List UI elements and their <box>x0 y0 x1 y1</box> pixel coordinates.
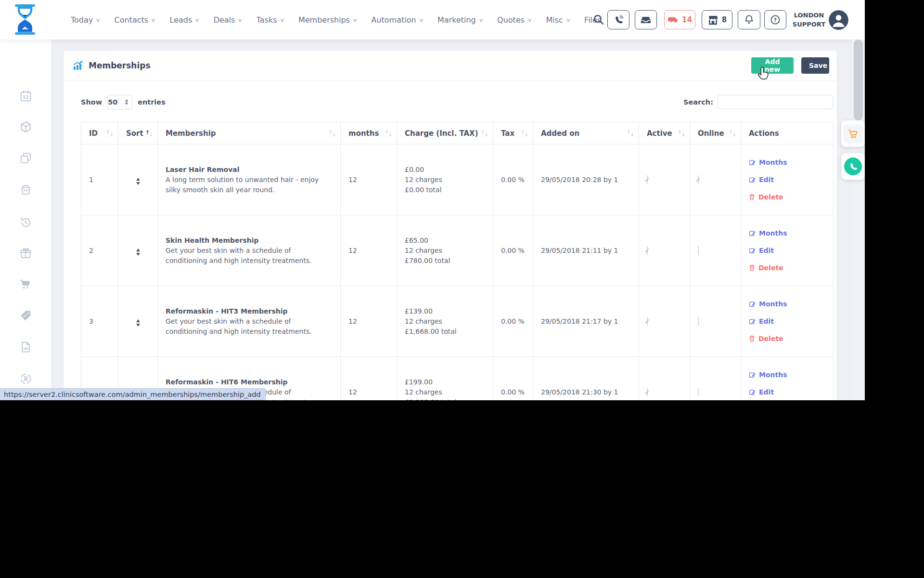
membership-title: Skin Health Membership <box>166 236 333 246</box>
cell-added-on: 29/05/2018 21:30 by 1 <box>533 357 639 401</box>
active-checkbox[interactable] <box>647 317 648 326</box>
edit-link[interactable]: Edit <box>749 317 825 325</box>
cell-sort <box>118 286 158 357</box>
page-size-value: 50 <box>108 98 117 106</box>
col-header-months[interactable]: months↑↓ <box>341 122 397 144</box>
nav-item-today[interactable]: Today∨ <box>71 15 100 25</box>
active-checkbox[interactable] <box>647 388 648 396</box>
cell-actions: Months Edit Delete <box>741 286 834 357</box>
active-checkbox[interactable] <box>647 175 648 184</box>
online-checkbox[interactable] <box>698 317 699 326</box>
charge-price: £199.00 <box>405 377 485 387</box>
online-checkbox[interactable] <box>698 175 699 184</box>
bell-icon <box>744 14 754 25</box>
calendar-12-icon[interactable]: 12 <box>19 90 32 103</box>
delete-link[interactable]: Delete <box>749 335 825 342</box>
trash-icon <box>749 264 755 271</box>
nav-item-memberships[interactable]: Memberships∨ <box>298 15 357 25</box>
edit-link[interactable]: Edit <box>749 176 825 184</box>
charge-total: £0.00 total <box>405 185 485 195</box>
delete-link[interactable]: Delete <box>749 264 825 272</box>
charge-total: £2,388.00 total <box>405 397 485 401</box>
card-header: Memberships Add new Save <box>64 51 837 81</box>
cell-membership: Laser Hair Removal A long term solution … <box>158 144 341 215</box>
cell-actions: Months Edit Delete <box>741 215 834 286</box>
package-icon[interactable] <box>19 120 32 133</box>
col-header-charge[interactable]: Charge (Incl. TAX)↑↓ <box>397 122 493 144</box>
edit-icon <box>749 371 756 378</box>
months-link[interactable]: Months <box>749 229 825 237</box>
report-icon[interactable] <box>19 341 32 354</box>
months-link[interactable]: Months <box>749 158 825 166</box>
search-input[interactable] <box>718 95 833 109</box>
nav-item-quotes[interactable]: Quotes∨ <box>497 15 531 25</box>
gift-icon[interactable] <box>19 247 32 260</box>
membership-description: A long term solution to unwanted hair - … <box>166 175 333 195</box>
add-new-button[interactable]: Add new <box>751 57 794 74</box>
drag-sort-handle[interactable] <box>136 178 140 185</box>
search-icon[interactable] <box>593 14 604 26</box>
cell-online <box>690 215 741 286</box>
drag-sort-handle[interactable] <box>136 319 140 327</box>
phone-button[interactable] <box>607 10 629 29</box>
nav-item-leads[interactable]: Leads∨ <box>170 15 199 25</box>
edit-link[interactable]: Edit <box>749 247 825 254</box>
col-header-active[interactable]: Active↑↓ <box>639 122 690 144</box>
nav-item-contacts[interactable]: Contacts∨ <box>115 15 155 25</box>
history-icon[interactable] <box>19 216 32 229</box>
copy-icon[interactable] <box>19 152 32 165</box>
page-size-select[interactable]: 50 <box>107 95 132 109</box>
clinicsoftware-logo[interactable] <box>13 4 37 36</box>
chat-notifications-button[interactable]: 14 <box>664 10 695 29</box>
active-checkbox[interactable] <box>647 246 648 255</box>
months-link[interactable]: Months <box>749 371 825 379</box>
nav-item-deals[interactable]: Deals∨ <box>214 15 242 25</box>
tag-icon[interactable] <box>19 309 32 322</box>
cell-tax: 0.00 % <box>493 357 533 401</box>
col-header-membership[interactable]: Membership↑↓ <box>158 122 341 144</box>
online-checkbox[interactable] <box>698 388 699 396</box>
delete-link[interactable]: Delete <box>749 193 825 201</box>
chat-bubbles-icon <box>667 15 679 25</box>
scrollbar-thumb[interactable] <box>854 39 863 120</box>
nav-item-misc[interactable]: Misc∨ <box>546 15 570 25</box>
sort-arrows-icon: ↑↓ <box>328 130 335 137</box>
col-header-sort[interactable]: Sort↑↓ <box>118 122 158 144</box>
search-control: Search: <box>683 95 833 109</box>
cart-icon[interactable] <box>19 278 32 291</box>
charge-count: 12 charges <box>405 316 485 327</box>
col-header-added-on[interactable]: Added on↑↓ <box>533 122 639 144</box>
edit-link[interactable]: Edit <box>749 388 825 396</box>
edit-icon <box>749 389 756 395</box>
nav-item-marketing[interactable]: Marketing∨ <box>437 15 483 25</box>
months-link[interactable]: Months <box>749 300 825 308</box>
charge-price: £139.00 <box>405 306 485 316</box>
shop-button[interactable]: 8 <box>702 10 732 29</box>
online-checkbox[interactable] <box>698 246 699 255</box>
avatar[interactable] <box>829 10 848 30</box>
vertical-scrollbar[interactable] <box>852 39 865 400</box>
sort-arrows-icon: ↑↓ <box>106 130 113 137</box>
cell-sort <box>118 144 158 215</box>
charge-price: £65.00 <box>405 236 485 246</box>
save-button[interactable]: Save <box>801 57 829 74</box>
help-button[interactable]: ? <box>764 10 786 29</box>
floating-phone-button[interactable] <box>841 153 865 180</box>
cell-months: 12 <box>341 144 397 215</box>
notifications-button[interactable] <box>738 10 760 29</box>
nav-item-automation[interactable]: Automation∨ <box>371 15 423 25</box>
trash-icon <box>749 194 755 200</box>
col-header-online[interactable]: Online↑↓ <box>690 122 741 144</box>
storefront-icon <box>707 15 719 25</box>
col-header-id[interactable]: ID↑↓ <box>81 122 118 144</box>
entries-label: entries <box>138 98 166 106</box>
bag-icon[interactable] <box>19 183 32 196</box>
floating-cart-button[interactable] <box>841 120 865 147</box>
inbox-button[interactable] <box>635 10 657 29</box>
nav-label: Automation <box>371 15 416 25</box>
account-sync-icon[interactable] <box>19 372 32 385</box>
drag-sort-handle[interactable] <box>136 249 140 256</box>
col-header-tax[interactable]: Tax↑↓ <box>493 122 533 144</box>
membership-title: Reformaskin - HIT3 Membership <box>166 306 333 316</box>
nav-item-tasks[interactable]: Tasks∨ <box>257 15 284 25</box>
